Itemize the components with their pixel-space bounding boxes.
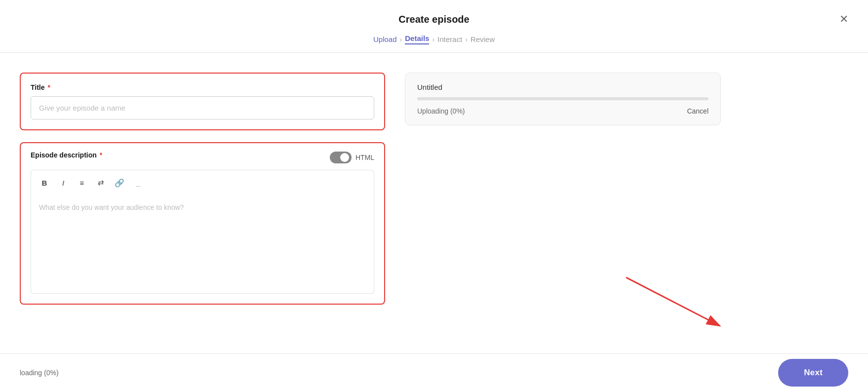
description-section: Episode description * HTML B	[20, 142, 385, 305]
title-required-star: *	[46, 83, 50, 91]
bottom-bar: loading (0%) Next	[0, 353, 868, 391]
editor-toolbar: B I ≡ ⇄ 🔗 ⎯	[31, 170, 374, 195]
editor-placeholder: What else do you want your audience to k…	[39, 203, 184, 211]
next-button[interactable]: Next	[778, 359, 848, 387]
html-label: HTML	[355, 154, 374, 161]
title-label: Title *	[31, 83, 374, 91]
unlink-button[interactable]: ⎯	[130, 174, 147, 191]
bullet-list-button[interactable]: ≡	[74, 174, 90, 191]
step-review[interactable]: Review	[471, 35, 495, 43]
toggle-slider	[330, 152, 352, 163]
upload-status-text: Uploading (0%)	[417, 107, 465, 115]
bold-button[interactable]: B	[36, 174, 53, 191]
main-content: Title * Episode description * HTML	[0, 53, 868, 380]
upload-card: Untitled Uploading (0%) Cancel	[405, 73, 721, 125]
description-label: Episode description *	[31, 151, 102, 159]
description-header: Episode description * HTML	[31, 151, 374, 164]
title-input[interactable]	[31, 96, 374, 119]
progress-bar-bg	[417, 97, 709, 100]
desc-required-star: *	[98, 151, 102, 159]
cancel-button[interactable]: Cancel	[687, 107, 709, 115]
html-toggle-area: HTML	[330, 152, 374, 163]
upload-status-row: Uploading (0%) Cancel	[417, 107, 709, 115]
link-button[interactable]: 🔗	[111, 174, 128, 191]
right-panel: Untitled Uploading (0%) Cancel	[405, 73, 838, 360]
html-toggle[interactable]	[330, 152, 352, 163]
left-panel: Title * Episode description * HTML	[20, 73, 385, 360]
italic-button[interactable]: I	[55, 174, 72, 191]
bottom-status-text: loading (0%)	[20, 369, 59, 377]
modal-title: Create episode	[398, 14, 469, 25]
numbered-list-button[interactable]: ⇄	[92, 174, 109, 191]
step-interact[interactable]: Interact	[437, 35, 462, 43]
step-details[interactable]: Details	[405, 34, 429, 44]
chevron-3: ›	[465, 36, 468, 43]
close-button[interactable]: ✕	[839, 14, 848, 25]
chevron-1: ›	[400, 36, 402, 43]
modal-header: Create episode Upload › Details › Intera…	[0, 0, 868, 53]
step-upload[interactable]: Upload	[373, 35, 397, 43]
stepper: Upload › Details › Interact › Review	[373, 34, 495, 44]
upload-card-title: Untitled	[417, 83, 709, 91]
title-section: Title *	[20, 73, 385, 130]
modal-container: Create episode Upload › Details › Intera…	[0, 0, 868, 391]
editor-area[interactable]: What else do you want your audience to k…	[31, 195, 374, 294]
chevron-2: ›	[432, 36, 434, 43]
header-divider	[0, 52, 868, 53]
